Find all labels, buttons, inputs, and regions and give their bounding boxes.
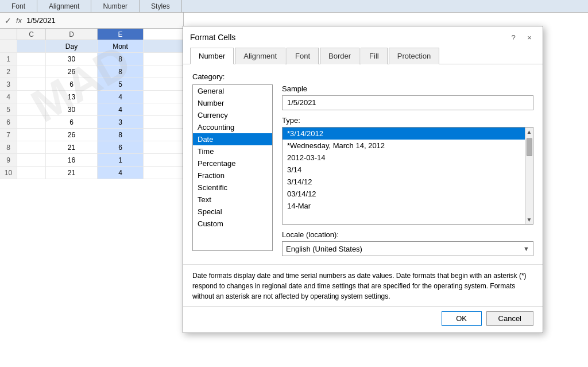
type-label: Type:: [282, 116, 533, 125]
dialog-titlebar: Format Cells ? ×: [183, 26, 543, 47]
tab-protection[interactable]: Protection: [389, 48, 440, 64]
scroll-down-arrow[interactable]: ▼: [525, 215, 533, 224]
category-scientific[interactable]: Scientific: [193, 181, 272, 194]
dialog-controls: ? ×: [507, 31, 536, 44]
cancel-button[interactable]: Cancel: [486, 311, 533, 326]
category-percentage[interactable]: Percentage: [193, 157, 272, 169]
dialog-content: Category: General Number Currency Accoun…: [183, 64, 543, 264]
category-date[interactable]: Date: [193, 133, 272, 145]
type-item-0[interactable]: *3/14/2012: [283, 128, 525, 140]
category-list-container: General Number Currency Accounting Date …: [192, 84, 273, 251]
sample-box: 1/5/2021: [282, 95, 533, 110]
scroll-up-arrow[interactable]: ▲: [525, 128, 533, 136]
close-button[interactable]: ×: [523, 31, 536, 44]
format-cells-dialog: Format Cells ? × Number Alignment Font B…: [183, 26, 543, 333]
type-list: *3/14/2012 *Wednesday, March 14, 2012 20…: [283, 128, 525, 224]
category-label: Category:: [192, 72, 533, 81]
help-button[interactable]: ?: [507, 31, 520, 44]
tab-alignment[interactable]: Alignment: [235, 48, 285, 64]
category-currency[interactable]: Currency: [193, 109, 272, 121]
type-item-3[interactable]: 3/14: [283, 164, 525, 176]
ok-button[interactable]: OK: [442, 311, 482, 326]
locale-dropdown-arrow: ▼: [523, 245, 529, 252]
type-scrollbar[interactable]: ▲ ▼: [525, 128, 533, 224]
category-number[interactable]: Number: [193, 97, 272, 109]
type-item-1[interactable]: *Wednesday, March 14, 2012: [283, 140, 525, 152]
scroll-thumb[interactable]: [527, 138, 532, 156]
tab-font[interactable]: Font: [287, 48, 319, 64]
tab-border[interactable]: Border: [320, 48, 359, 64]
type-list-container: *3/14/2012 *Wednesday, March 14, 2012 20…: [282, 127, 533, 225]
category-list: General Number Currency Accounting Date …: [193, 85, 272, 250]
locale-select[interactable]: English (United States) ▼: [282, 241, 533, 256]
locale-value: English (United States): [286, 245, 362, 253]
category-fraction[interactable]: Fraction: [193, 169, 272, 181]
category-custom[interactable]: Custom: [193, 218, 272, 230]
type-item-6[interactable]: 14-Mar: [283, 200, 525, 212]
right-panel: Sample 1/5/2021 Type: *3/14/2012 *Wednes…: [282, 84, 533, 256]
dialog-footer: OK Cancel: [183, 306, 543, 333]
main-row: General Number Currency Accounting Date …: [192, 84, 533, 256]
type-item-5[interactable]: 03/14/12: [283, 188, 525, 200]
dialog-title: Format Cells: [190, 33, 235, 42]
locale-label: Locale (location):: [282, 230, 533, 239]
dialog-overlay: Format Cells ? × Number Alignment Font B…: [0, 0, 588, 367]
category-accounting[interactable]: Accounting: [193, 121, 272, 133]
tab-bar: Number Alignment Font Border Fill Protec…: [183, 47, 543, 64]
category-special[interactable]: Special: [193, 206, 272, 218]
sample-label: Sample: [282, 84, 533, 93]
tab-fill[interactable]: Fill: [361, 48, 388, 64]
tab-number[interactable]: Number: [190, 48, 234, 64]
type-item-2[interactable]: 2012-03-14: [283, 152, 525, 164]
category-general[interactable]: General: [193, 85, 272, 97]
category-time[interactable]: Time: [193, 145, 272, 157]
type-item-4[interactable]: 3/14/12: [283, 176, 525, 188]
description-area: Date formats display date and time seria…: [183, 264, 543, 306]
category-text[interactable]: Text: [193, 194, 272, 206]
